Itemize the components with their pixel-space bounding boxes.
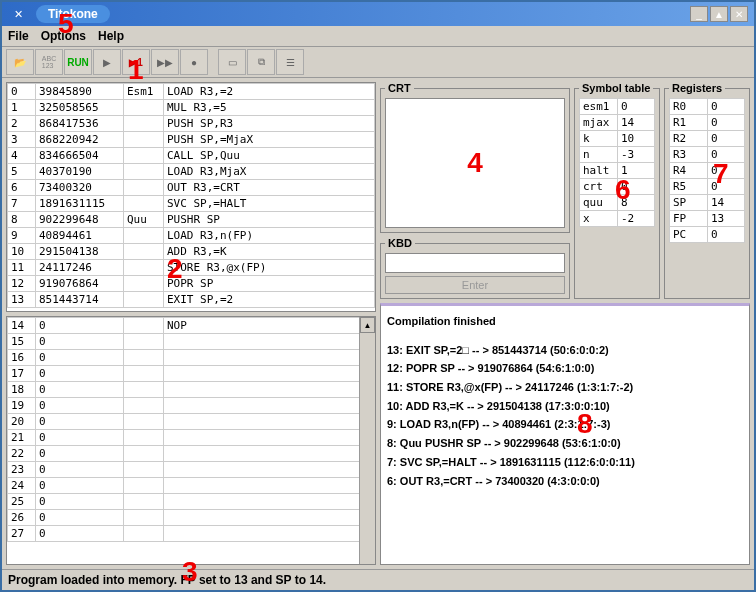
table-row[interactable]: 190 (8, 398, 375, 414)
code-panel[interactable]: 039845890Esm1LOAD R3,=21325058565MUL R3,… (6, 82, 376, 312)
table-row[interactable]: esm10 (580, 99, 655, 115)
table-row[interactable]: 270 (8, 526, 375, 542)
fast-forward-button[interactable]: ▶▶ (151, 49, 179, 75)
table-row[interactable]: R10 (670, 115, 745, 131)
cell: 10 (618, 131, 655, 147)
table-row[interactable]: k10 (580, 131, 655, 147)
menu-help[interactable]: Help (98, 29, 124, 43)
cell: LOAD R3,=2 (164, 84, 375, 100)
table-row[interactable]: 230 (8, 462, 375, 478)
kbd-input[interactable] (385, 253, 565, 273)
menu-options[interactable]: Options (41, 29, 86, 43)
table-row[interactable]: 2868417536PUSH SP,R3 (8, 116, 375, 132)
table-row[interactable]: 10291504138ADD R3,=K (8, 244, 375, 260)
table-row[interactable]: 1124117246STORE R3,@x(FP) (8, 260, 375, 276)
table-row[interactable]: PC0 (670, 227, 745, 243)
table-row[interactable]: SP14 (670, 195, 745, 211)
table-row[interactable]: 220 (8, 446, 375, 462)
cell: 0 (708, 163, 745, 179)
table-row[interactable]: mjax14 (580, 115, 655, 131)
table-row[interactable]: 210 (8, 430, 375, 446)
cell: 24 (8, 478, 36, 494)
table-row[interactable]: 71891631115SVC SP,=HALT (8, 196, 375, 212)
run-button[interactable]: RUN (64, 49, 92, 75)
status-text: Program loaded into memory. FP set to 13… (8, 573, 326, 587)
cell (124, 244, 164, 260)
table-row[interactable]: quu8 (580, 195, 655, 211)
open-button[interactable]: 📂 (6, 49, 34, 75)
compile-line: 13: EXIT SP,=2□ -- > 851443714 (50:6:0:0… (387, 341, 743, 360)
cell: 4 (8, 148, 36, 164)
table-row[interactable]: 160 (8, 350, 375, 366)
table-row[interactable]: 240 (8, 478, 375, 494)
cell: 0 (36, 446, 124, 462)
view1-button[interactable]: ▭ (218, 49, 246, 75)
cell: 0 (708, 227, 745, 243)
step-button[interactable]: ▶ (93, 49, 121, 75)
table-row[interactable]: 940894461LOAD R3,n(FP) (8, 228, 375, 244)
cell: Esm1 (124, 84, 164, 100)
table-row[interactable]: R00 (670, 99, 745, 115)
cell: esm1 (580, 99, 618, 115)
menu-file[interactable]: File (8, 29, 29, 43)
table-row[interactable]: 12919076864POPR SP (8, 276, 375, 292)
table-row[interactable]: 13851443714EXIT SP,=2 (8, 292, 375, 308)
table-row[interactable]: 260 (8, 510, 375, 526)
cell: 0 (708, 147, 745, 163)
close-button[interactable]: ✕ (730, 6, 748, 22)
compile-output-panel[interactable]: Compilation finished 13: EXIT SP,=2□ -- … (380, 303, 750, 565)
table-row[interactable]: n-3 (580, 147, 655, 163)
table-row[interactable]: FP13 (670, 211, 745, 227)
table-row[interactable]: 039845890Esm1LOAD R3,=2 (8, 84, 375, 100)
cell: 40894461 (36, 228, 124, 244)
cell (124, 260, 164, 276)
table-row[interactable]: 540370190LOAD R3,MjaX (8, 164, 375, 180)
cell: 868220942 (36, 132, 124, 148)
enter-button[interactable]: Enter (385, 276, 565, 294)
cell (124, 132, 164, 148)
cell: 0 (36, 382, 124, 398)
table-row[interactable]: 250 (8, 494, 375, 510)
cell: n (580, 147, 618, 163)
registers-panel: Registers R00R10R20R30R40R50SP14FP13PC0 … (664, 82, 750, 299)
table-row[interactable]: R30 (670, 147, 745, 163)
cell: 0 (36, 350, 124, 366)
table-row[interactable]: R40 (670, 163, 745, 179)
view2-button[interactable]: ⧉ (247, 49, 275, 75)
memory-panel[interactable]: 140NOP1501601701801902002102202302402502… (6, 316, 376, 565)
cell (124, 276, 164, 292)
minimize-button[interactable]: _ (690, 6, 708, 22)
table-row[interactable]: R50 (670, 179, 745, 195)
cell: R4 (670, 163, 708, 179)
table-row[interactable]: crt0 (580, 179, 655, 195)
table-row[interactable]: 3868220942PUSH SP,=MjaX (8, 132, 375, 148)
scrollbar[interactable]: ▲ (359, 317, 375, 564)
maximize-button[interactable]: ▲ (710, 6, 728, 22)
table-row[interactable]: 170 (8, 366, 375, 382)
cell: -3 (618, 147, 655, 163)
table-row[interactable]: 673400320OUT R3,=CRT (8, 180, 375, 196)
cell: 21 (8, 430, 36, 446)
cell (124, 318, 164, 334)
cell: 16 (8, 350, 36, 366)
crt-display: 4 (385, 98, 565, 228)
view3-button[interactable]: ☰ (276, 49, 304, 75)
table-row[interactable]: 8902299648QuuPUSHR SP (8, 212, 375, 228)
table-row[interactable]: halt1 (580, 163, 655, 179)
compile-line: 12: POPR SP -- > 919076864 (54:6:1:0:0) (387, 359, 743, 378)
table-row[interactable]: 4834666504CALL SP,Quu (8, 148, 375, 164)
table-row[interactable]: 140NOP (8, 318, 375, 334)
table-row[interactable]: 200 (8, 414, 375, 430)
scroll-up-icon[interactable]: ▲ (360, 317, 375, 333)
table-row[interactable]: 180 (8, 382, 375, 398)
stop-button[interactable]: ● (180, 49, 208, 75)
table-row[interactable]: R20 (670, 131, 745, 147)
cell: 0 (708, 179, 745, 195)
cell: quu (580, 195, 618, 211)
lexer-button[interactable]: ABC123 (35, 49, 63, 75)
table-row[interactable]: 150 (8, 334, 375, 350)
app-window: ✕ Titokone _ ▲ ✕ File Options Help 📂 ABC… (0, 0, 756, 592)
step-one-button[interactable]: ▶1 (122, 49, 150, 75)
table-row[interactable]: 1325058565MUL R3,=5 (8, 100, 375, 116)
table-row[interactable]: x-2 (580, 211, 655, 227)
